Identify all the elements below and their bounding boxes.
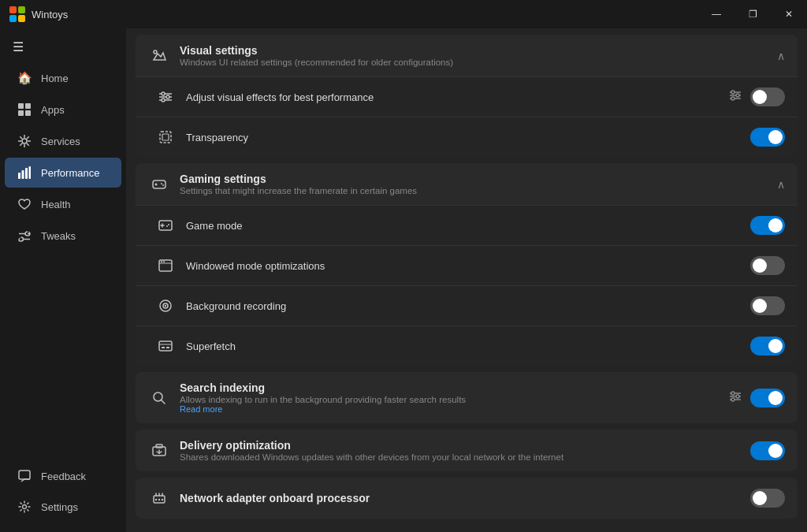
setting-windowed-mode: Windowed mode optimizations [136,245,798,285]
svg-rect-36 [160,132,171,143]
svg-point-23 [154,50,157,54]
svg-line-11 [27,136,29,139]
toggle-thumb [768,339,783,353]
svg-rect-0 [18,103,24,109]
network-adapter-icon [148,487,170,509]
background-recording-title: Background recording [186,300,750,312]
transparency-content: Transparency [186,132,750,143]
titlebar-left: Wintoys [9,6,68,22]
search-indexing-link[interactable]: Read more [180,404,728,414]
network-adapter-text: Network adapter onboard processor [180,492,750,504]
svg-point-41 [161,183,162,184]
toggle-delivery-optimization[interactable] [750,441,785,460]
svg-line-9 [20,136,22,139]
titlebar-controls: — ❐ ✕ [698,0,807,28]
svg-point-66 [731,398,734,401]
minimize-button[interactable]: — [698,0,734,28]
svg-rect-57 [162,347,165,348]
toggle-transparency[interactable] [750,128,785,147]
main-content: Visual settings Windows UI related setti… [126,28,807,532]
toggle-windowed-mode[interactable] [750,256,785,275]
hamburger-menu[interactable]: ☰ [0,32,126,62]
sidebar-item-home[interactable]: 🏠 Home [5,63,121,93]
svg-point-29 [162,99,165,102]
sidebar-label-feedback: Feedback [41,471,86,482]
svg-rect-16 [29,166,32,179]
app-logo [9,6,25,22]
svg-point-76 [155,499,157,500]
toggle-network-adapter[interactable] [750,489,785,508]
health-icon [17,197,32,211]
section-search-header: Search indexing Allows indexing to run i… [136,372,798,423]
sidebar-item-feedback[interactable]: Feedback [5,461,121,491]
toggle-search-indexing[interactable] [750,389,785,407]
toggle-thumb [753,491,767,505]
adjust-visual-effects-content: Adjust visual effects for best performan… [186,91,728,103]
sidebar-item-settings[interactable]: Settings [5,492,121,522]
section-gaming-header[interactable]: Gaming settings Settings that might incr… [136,163,798,205]
sidebar-label-apps: Apps [41,104,65,116]
logo-quad-blue [9,15,17,22]
superfetch-controls [750,337,785,355]
close-button[interactable]: ✕ [771,0,807,28]
sidebar-label-performance: Performance [41,167,99,179]
windowed-mode-title: Windowed mode optimizations [186,260,750,272]
feedback-icon [17,469,32,483]
sidebar-item-tweaks[interactable]: Tweaks [5,221,121,251]
svg-rect-37 [162,134,169,140]
toggle-thumb [753,90,767,104]
app-body: ☰ 🏠 Home Apps [0,28,807,532]
app-title: Wintoys [32,9,68,20]
svg-rect-58 [166,347,169,348]
adjust-visual-effects-icon [154,86,177,108]
toggle-thumb [768,444,783,458]
sidebar-item-services[interactable]: Services [5,126,121,156]
toggle-game-mode[interactable] [750,216,785,235]
setting-game-mode: Game mode [136,205,798,245]
sidebar-item-apps[interactable]: Apps [5,95,121,125]
visual-settings-chevron: ∧ [777,50,785,62]
svg-point-64 [731,392,734,395]
svg-point-50 [161,261,162,262]
search-indexing-icon [148,387,170,409]
network-adapter-controls [750,489,785,508]
svg-point-4 [22,139,27,143]
toggle-background-recording[interactable] [750,296,785,315]
tweaks-icon [17,229,32,243]
toggle-superfetch[interactable] [750,337,785,355]
sidebar-label-settings: Settings [41,501,78,513]
sidebar-label-health: Health [41,199,71,210]
toggle-thumb [768,218,783,233]
maximize-button[interactable]: ❐ [734,0,771,28]
setting-background-recording: Background recording [136,285,798,326]
game-mode-controls [750,216,785,235]
svg-rect-14 [22,170,24,179]
logo-quad-green [18,6,25,13]
svg-point-65 [736,395,739,398]
sidebar-item-health[interactable]: Health [5,189,121,219]
svg-point-51 [163,261,165,262]
svg-point-42 [162,184,164,186]
toggle-adjust-visual-effects[interactable] [750,87,785,106]
toggle-thumb [753,259,767,273]
svg-point-33 [731,91,734,94]
svg-rect-2 [18,110,24,116]
transparency-controls [750,128,785,147]
search-indexing-sliders-icon[interactable] [728,389,742,407]
delivery-optimization-text: Delivery optimization Shares downloaded … [180,439,750,462]
transparency-icon [154,126,177,148]
toggle-thumb [753,299,767,313]
svg-point-46 [168,224,169,225]
svg-rect-21 [19,471,30,479]
svg-point-27 [162,92,165,95]
sidebar-item-performance[interactable]: Performance [5,158,121,188]
search-indexing-title: Search indexing [180,381,728,394]
section-visual-header[interactable]: Visual settings Windows UI related setti… [136,35,798,76]
background-recording-controls [750,296,785,315]
adjust-visual-effects-sliders-icon[interactable] [728,88,742,106]
svg-point-77 [158,499,160,500]
adjust-visual-effects-controls [728,87,785,106]
game-mode-title: Game mode [186,220,750,232]
svg-point-54 [165,305,166,307]
logo-quad-red [9,6,17,13]
